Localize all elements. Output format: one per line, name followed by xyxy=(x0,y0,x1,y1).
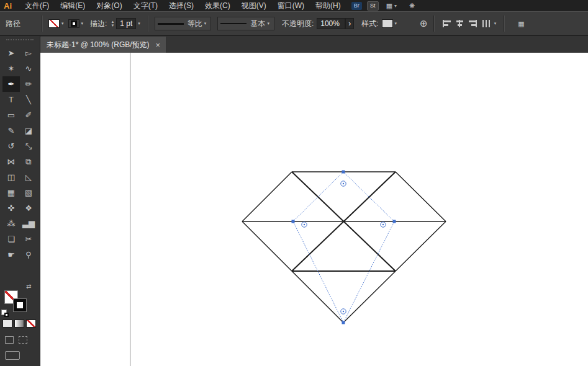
opacity-panel-button[interactable]: › xyxy=(345,18,354,29)
tools-grid: ➤▻✶∿✒✏T╲▭✐✎◪↺⤡⋈⧉◫◺▦▧✜❖⁂▃▆❏✂☛⚲ xyxy=(0,45,40,262)
recolor-artwork-icon[interactable]: ⊕ xyxy=(420,18,428,29)
chevron-down-icon[interactable]: ▾ xyxy=(60,21,66,26)
document-tab-title: 未标题-1* @ 100% (RGB/预览) xyxy=(47,40,150,50)
separator xyxy=(504,16,505,32)
scale-tool[interactable]: ⤡ xyxy=(20,138,37,154)
selected-path[interactable] xyxy=(293,172,394,323)
pen-tool[interactable]: ✒ xyxy=(2,76,20,92)
menu-item-help[interactable]: 帮助(H) xyxy=(310,1,346,11)
perspective-grid-tool[interactable]: ◺ xyxy=(20,169,37,185)
pencil-tool[interactable]: ✎ xyxy=(2,123,20,138)
free-transform-tool[interactable]: ⧉ xyxy=(20,154,37,169)
illustrator-logo-icon: Ai xyxy=(4,1,12,11)
shape-builder-tool[interactable]: ◫ xyxy=(2,169,20,185)
draw-normal-icon[interactable] xyxy=(5,336,14,344)
chevron-down-icon[interactable]: ▾ xyxy=(394,3,397,9)
bridge-badge[interactable]: Br xyxy=(351,2,362,10)
default-fill-stroke-icon[interactable] xyxy=(1,310,9,317)
selection-tool[interactable]: ➤ xyxy=(2,45,20,61)
width-profile-dropdown[interactable]: 等比 ▾ xyxy=(155,17,212,30)
width-tool[interactable]: ⋈ xyxy=(2,154,20,169)
document-tab[interactable]: 未标题-1* @ 100% (RGB/预览) × xyxy=(40,37,167,53)
none-button[interactable] xyxy=(26,319,36,328)
corner-widget-dot xyxy=(304,224,305,225)
menu-item-select[interactable]: 选择(S) xyxy=(163,1,199,11)
mini-stroke-icon xyxy=(4,313,9,317)
rectangle-tool[interactable]: ▭ xyxy=(2,107,20,123)
eraser-tool[interactable]: ◪ xyxy=(20,123,37,138)
chevron-down-icon[interactable]: ▾ xyxy=(136,21,142,26)
canvas[interactable] xyxy=(40,53,588,366)
artwork-line[interactable] xyxy=(242,172,292,221)
stroke-weight-stepper[interactable]: ▲ ▼ xyxy=(111,20,114,27)
drawing-modes-row xyxy=(5,336,27,344)
blend-tool[interactable]: ❖ xyxy=(20,200,37,216)
type-tool[interactable]: T xyxy=(2,92,20,107)
menu-item-file[interactable]: 文件(F) xyxy=(19,1,55,11)
anchor-point[interactable] xyxy=(342,171,345,174)
workspace-icon[interactable]: ❋ xyxy=(409,2,415,10)
stock-badge[interactable]: St xyxy=(367,1,379,11)
width-profile-label: 等比 xyxy=(188,19,202,29)
menu-item-view[interactable]: 视图(V) xyxy=(236,1,272,11)
chevron-down-icon[interactable]: ▾ xyxy=(79,21,86,26)
magic-wand-tool[interactable]: ✶ xyxy=(2,61,20,76)
artboard-tool[interactable]: ❏ xyxy=(2,231,20,247)
gradient-tool[interactable]: ▧ xyxy=(20,185,37,200)
close-tab-icon[interactable]: × xyxy=(156,40,161,50)
swap-fill-stroke-icon[interactable]: ⇄ xyxy=(26,283,31,290)
hand-tool[interactable]: ☛ xyxy=(2,247,20,262)
align-right-icon[interactable] xyxy=(469,20,477,27)
line-segment-tool[interactable]: ╲ xyxy=(20,92,37,107)
arrange-documents-icon[interactable]: ▦ xyxy=(386,2,392,10)
color-button[interactable] xyxy=(2,319,12,328)
opacity-label: 不透明度: xyxy=(282,19,314,29)
brush-definition-dropdown[interactable]: 基本 ▾ xyxy=(217,17,274,30)
curvature-tool[interactable]: ✏ xyxy=(20,76,37,92)
artwork-svg[interactable] xyxy=(40,53,588,366)
style-swatch[interactable] xyxy=(382,19,393,28)
paintbrush-tool[interactable]: ✐ xyxy=(20,107,37,123)
stepper-down-icon[interactable]: ▼ xyxy=(111,24,114,27)
fill-color-swatch[interactable] xyxy=(48,19,60,28)
stroke-color-swatch[interactable] xyxy=(68,19,79,28)
anchor-point[interactable] xyxy=(393,220,396,223)
chevron-down-icon[interactable]: ▾ xyxy=(492,21,499,26)
direct-selection-tool[interactable]: ▻ xyxy=(20,45,37,61)
stroke-square-icon xyxy=(71,20,77,27)
screen-mode-button[interactable] xyxy=(5,351,20,360)
menu-item-window[interactable]: 窗口(W) xyxy=(272,1,310,11)
menu-item-type[interactable]: 文字(T) xyxy=(128,1,163,11)
mesh-tool[interactable]: ▦ xyxy=(2,185,20,200)
anchor-point[interactable] xyxy=(292,220,295,223)
corner-widget-dot xyxy=(343,311,344,312)
stroke-indicator[interactable] xyxy=(14,299,26,311)
anchor-point[interactable] xyxy=(342,321,345,324)
draw-inside-icon[interactable] xyxy=(19,336,27,344)
menu-item-edit[interactable]: 编辑(E) xyxy=(55,1,91,11)
menu-item-effect[interactable]: 效果(C) xyxy=(199,1,236,11)
lasso-tool[interactable]: ∿ xyxy=(20,61,37,76)
artwork-line[interactable] xyxy=(396,172,446,221)
opacity-arrow-icon: › xyxy=(348,19,351,28)
symbol-sprayer-tool[interactable]: ⁂ xyxy=(2,216,20,231)
rotate-tool[interactable]: ↺ xyxy=(2,138,20,154)
document-area: 未标题-1* @ 100% (RGB/预览) × xyxy=(40,36,588,366)
distribute-icon[interactable] xyxy=(482,20,490,27)
chevron-down-icon: ▾ xyxy=(202,21,209,26)
align-left-icon[interactable] xyxy=(443,20,451,27)
align-center-icon[interactable] xyxy=(456,20,464,27)
context-label: 路径 xyxy=(6,19,20,29)
zoom-tool[interactable]: ⚲ xyxy=(20,247,37,262)
panel-options-icon[interactable]: ▦ xyxy=(518,20,524,28)
eyedropper-tool[interactable]: ✜ xyxy=(2,200,20,216)
corner-widget-dot xyxy=(343,183,344,184)
opacity-field[interactable]: 100% xyxy=(317,18,345,29)
graph-tool[interactable]: ▃▆ xyxy=(20,216,37,231)
panel-grip[interactable] xyxy=(6,39,34,42)
chevron-down-icon[interactable]: ▾ xyxy=(393,21,399,26)
menu-item-object[interactable]: 对象(O) xyxy=(91,1,127,11)
slice-tool[interactable]: ✂ xyxy=(20,231,37,247)
gradient-button[interactable] xyxy=(14,319,24,328)
stroke-weight-field[interactable]: 1 pt xyxy=(116,18,136,29)
